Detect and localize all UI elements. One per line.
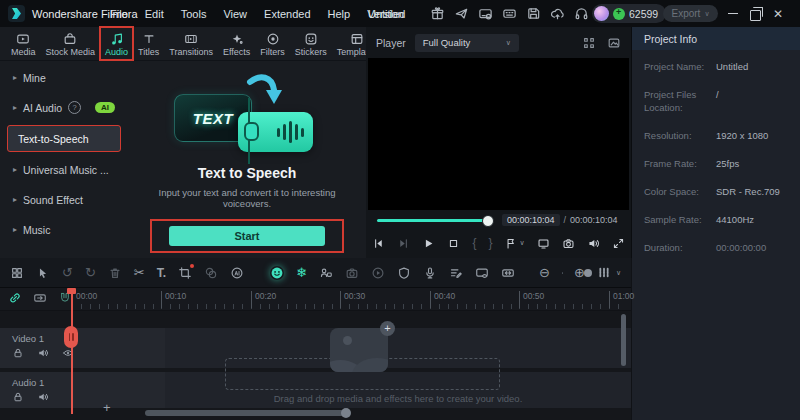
tab-titles[interactable]: Titles — [133, 27, 164, 60]
scrollbar-knob[interactable] — [341, 408, 351, 418]
chroma-key-icon[interactable] — [204, 266, 218, 280]
keyboard-icon[interactable] — [502, 6, 517, 21]
sidebar-item-text-to-speech[interactable]: Text-to-Speech — [7, 125, 121, 152]
horizontal-scrollbar[interactable] — [145, 410, 348, 416]
close-button[interactable]: ✕ — [773, 9, 783, 19]
gift-icon[interactable] — [430, 6, 445, 21]
marker-dropdown[interactable]: ∨ — [504, 237, 524, 250]
chevron-right-icon: ▸ — [13, 73, 17, 82]
cloud-upload-icon[interactable] — [550, 6, 565, 21]
mute-track-icon[interactable] — [37, 391, 49, 403]
fit-timeline-icon[interactable] — [501, 266, 515, 280]
project-info-title: Project Info — [632, 27, 800, 50]
preview-render-icon[interactable] — [371, 266, 385, 280]
export-button[interactable]: Export ∨ — [663, 5, 718, 22]
timeline-ruler[interactable]: 00:00 00:10 00:20 00:30 00:40 00:50 01:0… — [0, 288, 631, 311]
text-tool-icon[interactable]: T. — [157, 266, 166, 280]
ai-effects-icon[interactable]: ❄ — [296, 266, 307, 279]
stop-button[interactable] — [447, 237, 460, 250]
chevron-down-icon: ∨ — [506, 39, 511, 47]
progress-knob[interactable] — [482, 215, 494, 227]
document-title: Untitled — [368, 0, 405, 27]
ai-tools-icon[interactable] — [230, 266, 244, 280]
minimize-button[interactable] — [728, 13, 738, 14]
layout-grid-icon[interactable] — [582, 36, 596, 50]
tab-media[interactable]: Media — [6, 27, 41, 60]
playback-progress-bar[interactable] — [377, 219, 489, 222]
vertical-scrollbar[interactable] — [621, 314, 626, 366]
sidebar-item-sound-effect[interactable]: ▸ Sound Effect — [7, 187, 121, 212]
menu-help[interactable]: Help — [328, 8, 351, 20]
save-icon[interactable] — [526, 6, 541, 21]
keyframe-icon[interactable] — [475, 266, 489, 280]
sidebar-item-mine[interactable]: ▸ Mine — [7, 65, 121, 90]
play-button[interactable] — [422, 237, 435, 250]
lock-track-icon[interactable] — [12, 347, 24, 359]
chevron-right-icon: ▸ — [13, 103, 17, 112]
start-button[interactable]: Start — [169, 226, 325, 246]
music-note-icon — [110, 32, 124, 46]
tab-stock-media[interactable]: Stock Media — [41, 27, 101, 60]
video-preview[interactable] — [368, 58, 629, 210]
volume-button[interactable] — [587, 237, 600, 250]
playhead-handle[interactable] — [64, 326, 78, 348]
menu-edit[interactable]: Edit — [145, 8, 164, 20]
chevron-down-icon[interactable]: ∨ — [616, 269, 621, 277]
restore-button[interactable] — [750, 10, 761, 21]
tab-effects[interactable]: Effects — [218, 27, 255, 60]
playhead-line[interactable] — [71, 288, 73, 414]
media-placeholder-icon: + — [330, 328, 388, 372]
media-grid-icon[interactable] — [10, 266, 24, 280]
sidebar-item-ai-audio[interactable]: ▸ AI Audio ? AI — [7, 95, 121, 120]
previous-frame-button[interactable] — [372, 237, 385, 250]
account-pill[interactable]: 62599 — [592, 4, 666, 23]
mask-shield-icon[interactable] — [397, 266, 411, 280]
quality-dropdown[interactable]: Full Quality ∨ — [415, 34, 519, 52]
captions-icon[interactable] — [449, 266, 463, 280]
drop-hint-text: Drag and drop media and effects here to … — [165, 393, 631, 404]
tab-stickers[interactable]: Stickers — [290, 27, 332, 60]
mute-track-icon[interactable] — [37, 347, 49, 359]
record-voiceover-icon[interactable] — [423, 266, 437, 280]
tab-filters[interactable]: Filters — [255, 27, 290, 60]
track-layout-icon[interactable] — [597, 266, 611, 280]
split-scissors-icon[interactable]: ✂ — [134, 266, 145, 279]
support-headset-icon[interactable] — [574, 6, 589, 21]
menu-extended[interactable]: Extended — [264, 8, 310, 20]
avatar[interactable] — [594, 6, 609, 21]
tab-audio[interactable]: Audio — [100, 27, 133, 60]
link-clips-icon[interactable] — [8, 291, 22, 305]
snapshot-button[interactable] — [562, 237, 575, 250]
select-cursor-icon[interactable] — [36, 266, 50, 280]
chevron-right-icon: ▸ — [13, 225, 17, 234]
timeline: 00:00 00:10 00:20 00:30 00:40 00:50 01:0… — [0, 288, 631, 420]
menu-view[interactable]: View — [223, 8, 247, 20]
avatar-mask-icon[interactable] — [270, 266, 284, 280]
zoom-out-icon[interactable]: ⊖ — [539, 266, 550, 279]
sidebar-item-universal-music[interactable]: ▸ Universal Music ... — [7, 157, 121, 182]
motion-track-icon[interactable] — [319, 266, 333, 280]
lock-track-icon[interactable] — [12, 391, 24, 403]
menu-tools[interactable]: Tools — [181, 8, 207, 20]
delete-icon[interactable] — [108, 266, 122, 280]
promo-plane-icon[interactable] — [454, 6, 469, 21]
display-settings-icon[interactable] — [607, 36, 621, 50]
mark-in-button[interactable]: { — [472, 237, 476, 249]
camera-icon[interactable] — [345, 266, 359, 280]
add-track-button[interactable]: + — [103, 401, 111, 415]
tab-transitions[interactable]: Transitions — [164, 27, 218, 60]
auto-ripple-icon[interactable] — [33, 291, 47, 305]
audio-track-header: Audio 1 — [0, 372, 165, 408]
help-icon[interactable]: ? — [68, 101, 81, 114]
redo-icon[interactable]: ↻ — [85, 266, 96, 279]
preview-display-button[interactable] — [537, 237, 550, 250]
fullscreen-button[interactable] — [612, 237, 625, 250]
crop-icon[interactable] — [178, 266, 192, 280]
subscription-card-icon[interactable] — [478, 6, 493, 21]
undo-icon[interactable]: ↺ — [62, 266, 73, 279]
mark-out-button[interactable]: } — [488, 237, 492, 249]
zoom-slider-knob[interactable] — [584, 269, 592, 277]
next-frame-button[interactable] — [397, 237, 410, 250]
sidebar-item-music[interactable]: ▸ Music — [7, 217, 121, 242]
menu-file[interactable]: File — [110, 8, 128, 20]
